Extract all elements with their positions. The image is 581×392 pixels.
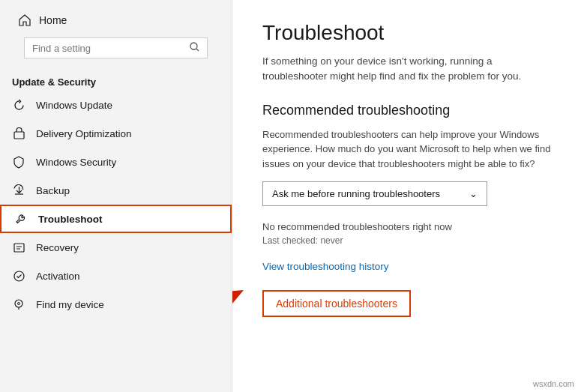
recommended-heading: Recommended troubleshooting: [262, 103, 551, 118]
sidebar-item-windows-security[interactable]: Windows Security: [0, 148, 232, 176]
update-icon: [12, 98, 25, 112]
sidebar-item-find-my-device[interactable]: Find my device: [0, 290, 232, 319]
recovery-icon: [12, 241, 25, 254]
home-label: Home: [39, 14, 67, 26]
troubleshoot-dropdown[interactable]: Ask me before running troubleshooters ⌄: [262, 181, 487, 206]
svg-point-5: [15, 300, 22, 307]
sidebar-item-label: Windows Update: [36, 100, 112, 111]
sidebar-item-label: Recovery: [36, 242, 79, 253]
shield-icon: [12, 155, 25, 169]
sidebar-item-label: Troubleshoot: [38, 214, 103, 225]
sidebar-item-recovery[interactable]: Recovery: [0, 233, 232, 262]
search-box[interactable]: [24, 37, 208, 58]
svg-point-4: [14, 271, 24, 281]
additional-troubleshooters-button[interactable]: Additional troubleshooters: [262, 290, 411, 317]
wrench-icon: [14, 212, 28, 226]
recommended-description: Recommended troubleshooters can help imp…: [262, 127, 551, 172]
sidebar-item-label: Windows Security: [36, 157, 116, 168]
sidebar-item-label: Find my device: [36, 299, 104, 310]
chevron-down-icon: ⌄: [469, 188, 478, 199]
delivery-icon: [12, 127, 25, 140]
sidebar-item-backup[interactable]: Backup: [0, 176, 232, 205]
svg-rect-2: [14, 132, 24, 139]
section-title: Update & Security: [0, 70, 232, 91]
dropdown-label: Ask me before running troubleshooters: [272, 188, 440, 199]
sidebar-item-label: Delivery Optimization: [36, 128, 132, 139]
last-checked-label: Last checked: never: [262, 235, 551, 246]
backup-icon: [12, 184, 25, 197]
svg-rect-3: [14, 244, 24, 252]
sidebar-item-label: Backup: [36, 185, 70, 196]
watermark: wsxdn.com: [531, 379, 577, 389]
svg-point-6: [17, 302, 19, 304]
svg-marker-7: [232, 290, 244, 304]
activation-icon: [12, 269, 25, 283]
sidebar-item-windows-update[interactable]: Windows Update: [0, 91, 232, 119]
arrow-annotation-container: Additional troubleshooters: [262, 290, 551, 317]
page-title: Troubleshoot: [262, 21, 551, 45]
search-input[interactable]: [32, 43, 185, 54]
view-history-link[interactable]: View troubleshooting history: [262, 261, 551, 272]
sidebar-item-label: Activation: [36, 271, 80, 282]
main-content: Troubleshoot If something on your device…: [232, 0, 581, 392]
find-icon: [12, 298, 25, 311]
sidebar-item-troubleshoot[interactable]: Troubleshoot: [0, 205, 232, 233]
svg-point-0: [190, 43, 197, 49]
svg-line-1: [196, 49, 199, 51]
sidebar-item-activation[interactable]: Activation: [0, 262, 232, 290]
home-icon: [18, 13, 31, 27]
search-icon: [190, 42, 199, 54]
page-description: If something on your device isn't workin…: [262, 54, 551, 85]
sidebar: Home Update & Security: [0, 0, 232, 392]
no-troubleshooters-text: No recommended troubleshooters right now: [262, 221, 551, 232]
sidebar-item-delivery-optimization[interactable]: Delivery Optimization: [0, 119, 232, 148]
home-nav-item[interactable]: Home: [12, 9, 220, 31]
